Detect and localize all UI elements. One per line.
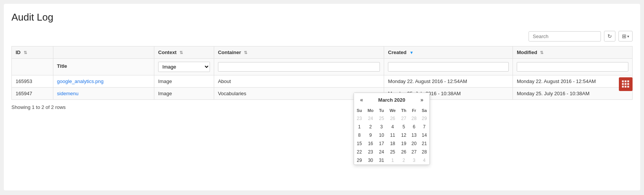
calendar-day-cell[interactable]: 1 bbox=[354, 123, 365, 131]
title-link[interactable]: sidemenu bbox=[57, 91, 78, 96]
col-modified-label: Modified bbox=[517, 50, 537, 55]
calendar-day-cell: 2 bbox=[399, 156, 409, 165]
calendar-day-cell[interactable]: 7 bbox=[419, 123, 429, 131]
calendar-header: « March 2020 » bbox=[354, 93, 429, 107]
cell-modified: Monday 25. July 2016 - 10:38AM bbox=[513, 88, 633, 100]
filter-modified-cell[interactable] bbox=[513, 59, 633, 75]
calendar-day-cell: 23 bbox=[354, 114, 365, 123]
calendar-day-cell[interactable]: 21 bbox=[419, 139, 429, 148]
calendar-day-cell[interactable]: 12 bbox=[399, 131, 409, 139]
calendar-day-cell[interactable]: 19 bbox=[399, 139, 409, 148]
calendar-day-cell[interactable]: 23 bbox=[365, 148, 376, 156]
calendar-day-cell[interactable]: 18 bbox=[387, 139, 399, 148]
calendar-day-cell: 25 bbox=[376, 114, 387, 123]
calendar-day-cell[interactable]: 17 bbox=[376, 139, 387, 148]
calendar-day-cell[interactable]: 11 bbox=[387, 131, 399, 139]
modified-filter-input[interactable] bbox=[517, 62, 628, 72]
col-container-label: Container bbox=[218, 50, 241, 55]
page-wrapper: Audit Log ↻ ⊞ ▾ ID ⇅ Context ⇅ bbox=[4, 4, 640, 190]
calendar-week-row: 22232425262728 bbox=[354, 148, 429, 156]
table-row: 165947sidemenuImageVocabulariesMonday 25… bbox=[12, 88, 633, 100]
col-header-context[interactable]: Context ⇅ bbox=[154, 46, 214, 59]
calendar-day-cell[interactable]: 26 bbox=[399, 148, 409, 156]
col-id-sort-icon: ⇅ bbox=[24, 50, 27, 55]
calendar-day-cell[interactable]: 3 bbox=[376, 123, 387, 131]
calendar-day-cell[interactable]: 29 bbox=[354, 156, 365, 165]
cell-container: About bbox=[214, 75, 384, 88]
dot-9 bbox=[627, 86, 629, 88]
calendar-day-cell[interactable]: 4 bbox=[387, 123, 399, 131]
cell-id: 165947 bbox=[12, 88, 53, 100]
calendar-day-headers: SuMoTuWeThFrSa bbox=[354, 107, 429, 114]
container-filter-input[interactable] bbox=[218, 62, 380, 72]
search-input[interactable] bbox=[529, 31, 601, 42]
calendar-day-header: Mo bbox=[365, 107, 376, 114]
cell-title[interactable]: google_analytics.png bbox=[53, 75, 154, 88]
col-context-label: Context bbox=[158, 50, 176, 55]
audit-log-table: ID ⇅ Context ⇅ Container ⇅ Created ▼ bbox=[11, 46, 633, 100]
table-header-row: ID ⇅ Context ⇅ Container ⇅ Created ▼ bbox=[12, 46, 633, 59]
calendar-day-cell: 3 bbox=[409, 156, 419, 165]
calendar-day-cell[interactable]: 25 bbox=[387, 148, 399, 156]
toolbar: ↻ ⊞ ▾ bbox=[11, 31, 633, 42]
context-filter-select[interactable]: Image File Video Audio bbox=[158, 62, 210, 72]
calendar-day-cell[interactable]: 13 bbox=[409, 131, 419, 139]
calendar-day-cell[interactable]: 10 bbox=[376, 131, 387, 139]
page-title: Audit Log bbox=[11, 11, 633, 23]
created-filter-input[interactable] bbox=[388, 62, 509, 72]
filter-context-cell[interactable]: Image File Video Audio bbox=[154, 59, 214, 75]
col-header-title[interactable] bbox=[53, 46, 154, 59]
date-picker-popup[interactable]: « March 2020 » SuMoTuWeThFrSa 2324252627… bbox=[354, 93, 430, 165]
calendar-day-cell: 4 bbox=[419, 156, 429, 165]
calendar-day-cell[interactable]: 16 bbox=[365, 139, 376, 148]
cell-context: Image bbox=[154, 75, 214, 88]
calendar-day-cell[interactable]: 28 bbox=[419, 148, 429, 156]
calendar-day-cell[interactable]: 14 bbox=[419, 131, 429, 139]
calendar-day-cell: 26 bbox=[387, 114, 399, 123]
col-header-container[interactable]: Container ⇅ bbox=[214, 46, 384, 59]
calendar-day-cell: 28 bbox=[409, 114, 419, 123]
calendar-week-row: 23242526272829 bbox=[354, 114, 429, 123]
col-created-label: Created bbox=[388, 50, 406, 55]
calendar-prev-button[interactable]: « bbox=[358, 96, 365, 104]
grid-view-button[interactable]: ⊞ ▾ bbox=[618, 31, 633, 42]
filter-container-cell[interactable] bbox=[214, 59, 384, 75]
cell-id: 165953 bbox=[12, 75, 53, 88]
calendar-next-button[interactable]: » bbox=[418, 96, 426, 104]
refresh-button[interactable]: ↻ bbox=[604, 31, 615, 42]
calendar-day-cell[interactable]: 5 bbox=[399, 123, 409, 131]
calendar-day-cell[interactable]: 30 bbox=[365, 156, 376, 165]
col-header-modified[interactable]: Modified ⇅ bbox=[513, 46, 633, 59]
cell-title[interactable]: sidemenu bbox=[53, 88, 154, 100]
grid-icon: ⊞ bbox=[622, 33, 626, 39]
calendar-day-cell[interactable]: 27 bbox=[409, 148, 419, 156]
calendar-day-cell[interactable]: 2 bbox=[365, 123, 376, 131]
cell-modified: Monday 22. August 2016 - 12:54AM bbox=[513, 75, 633, 88]
calendar-day-cell[interactable]: 22 bbox=[354, 148, 365, 156]
table-body: 165953google_analytics.pngImageAboutMond… bbox=[12, 75, 633, 100]
calendar-day-cell[interactable]: 15 bbox=[354, 139, 365, 148]
col-header-id[interactable]: ID ⇅ bbox=[12, 46, 53, 59]
filter-created-cell[interactable] bbox=[384, 59, 513, 75]
calendar-day-cell[interactable]: 20 bbox=[409, 139, 419, 148]
col-header-created[interactable]: Created ▼ bbox=[384, 46, 513, 59]
title-link[interactable]: google_analytics.png bbox=[57, 78, 104, 84]
dot-2 bbox=[625, 80, 626, 82]
col-context-sort-icon: ⇅ bbox=[179, 50, 183, 55]
calendar-week-row: 2930311234 bbox=[354, 156, 429, 165]
calendar-day-cell[interactable]: 8 bbox=[354, 131, 365, 139]
calendar-day-cell[interactable]: 31 bbox=[376, 156, 387, 165]
dot-6 bbox=[627, 83, 629, 85]
calendar-day-cell[interactable]: 6 bbox=[409, 123, 419, 131]
cell-context: Image bbox=[154, 88, 214, 100]
calendar-day-cell[interactable]: 9 bbox=[365, 131, 376, 139]
dot-3 bbox=[627, 80, 629, 82]
col-title-label: Title bbox=[57, 63, 150, 69]
calendar-day-cell[interactable]: 24 bbox=[376, 148, 387, 156]
dot-1 bbox=[622, 80, 624, 82]
calendar-day-header: Th bbox=[399, 107, 409, 114]
calendar-day-cell: 1 bbox=[387, 156, 399, 165]
calendar-week-row: 891011121314 bbox=[354, 131, 429, 139]
col-container-sort-icon: ⇅ bbox=[244, 50, 247, 55]
avatar-dots-grid bbox=[622, 80, 630, 88]
